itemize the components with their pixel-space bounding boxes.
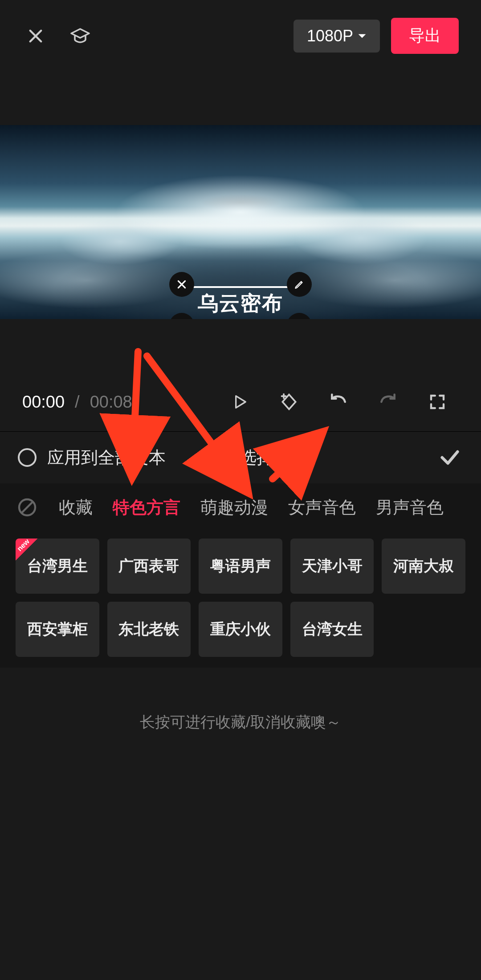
apply-all-radio[interactable] bbox=[18, 448, 37, 467]
pencil-icon bbox=[293, 279, 305, 290]
voice-preset-card[interactable]: 东北老铁 bbox=[107, 602, 191, 657]
top-toolbar: 1080P 导出 bbox=[0, 0, 481, 72]
tutorial-button[interactable] bbox=[67, 23, 94, 49]
prohibit-icon bbox=[16, 497, 38, 518]
new-badge bbox=[16, 539, 38, 561]
none-voice-button[interactable] bbox=[16, 496, 39, 519]
text-overlay-box[interactable]: 乌云密布 bbox=[183, 286, 298, 319]
voice-preset-label: 台湾女生 bbox=[302, 619, 363, 640]
voice-preset-card[interactable]: 西安掌柜 bbox=[16, 602, 99, 657]
keyframe-button[interactable] bbox=[273, 386, 305, 418]
time-separator: / bbox=[75, 393, 80, 412]
resolution-dropdown[interactable]: 1080P bbox=[293, 20, 380, 53]
panel-title: 音色选择 bbox=[206, 446, 273, 469]
voice-preset-grid: 台湾男生广西表哥粤语男声天津小哥河南大叔西安掌柜东北老铁重庆小伙台湾女生 bbox=[0, 528, 481, 668]
voice-category-tabs: 收藏特色方言萌趣动漫女声音色男声音色 bbox=[0, 483, 481, 528]
undo-icon bbox=[329, 392, 348, 412]
text-edit-handle[interactable] bbox=[287, 272, 312, 297]
voice-preset-label: 天津小哥 bbox=[302, 556, 363, 576]
resolution-label: 1080P bbox=[307, 27, 353, 45]
voice-preset-label: 粤语男声 bbox=[210, 556, 271, 576]
play-icon bbox=[231, 393, 249, 411]
close-button[interactable] bbox=[22, 23, 49, 49]
export-label: 导出 bbox=[409, 26, 441, 45]
panel-header: 应用到全部文本 音色选择 bbox=[0, 431, 481, 483]
voice-preset-card[interactable]: 粤语男声 bbox=[199, 539, 282, 594]
voice-preset-card[interactable]: 台湾女生 bbox=[290, 602, 374, 657]
voice-preset-label: 河南大叔 bbox=[393, 556, 454, 576]
voice-preset-label: 重庆小伙 bbox=[210, 619, 271, 640]
voice-preset-card[interactable]: 天津小哥 bbox=[290, 539, 374, 594]
playback-controls: 00:00 / 00:08 bbox=[0, 373, 481, 431]
undo-button[interactable] bbox=[322, 386, 355, 418]
time-current: 00:00 bbox=[22, 393, 65, 412]
voice-preset-card[interactable]: 台湾男生 bbox=[16, 539, 99, 594]
voice-preset-card[interactable]: 广西表哥 bbox=[107, 539, 191, 594]
check-icon bbox=[438, 446, 461, 469]
close-icon bbox=[176, 279, 188, 290]
voice-preset-card[interactable]: 河南大叔 bbox=[382, 539, 465, 594]
time-total: 00:08 bbox=[90, 393, 132, 412]
voice-preset-label: 东北老铁 bbox=[118, 619, 179, 640]
fullscreen-icon bbox=[428, 393, 447, 411]
fullscreen-button[interactable] bbox=[421, 386, 453, 418]
voice-preset-label: 西安掌柜 bbox=[27, 619, 88, 640]
text-delete-handle[interactable] bbox=[169, 272, 194, 297]
video-preview[interactable]: 乌云密布 bbox=[0, 125, 481, 319]
category-tab[interactable]: 收藏 bbox=[59, 496, 93, 519]
graduation-cap-icon bbox=[69, 25, 91, 47]
category-tab[interactable]: 男声音色 bbox=[376, 496, 444, 519]
category-tab[interactable]: 萌趣动漫 bbox=[200, 496, 268, 519]
voice-preset-card[interactable]: 重庆小伙 bbox=[199, 602, 282, 657]
text-overlay-content: 乌云密布 bbox=[183, 286, 298, 319]
category-tab[interactable]: 特色方言 bbox=[113, 496, 180, 519]
redo-button[interactable] bbox=[372, 386, 404, 418]
close-icon bbox=[26, 27, 45, 45]
category-tab[interactable]: 女声音色 bbox=[288, 496, 356, 519]
voice-preset-label: 广西表哥 bbox=[118, 556, 179, 576]
export-button[interactable]: 导出 bbox=[391, 18, 459, 54]
confirm-button[interactable] bbox=[436, 444, 463, 471]
diamond-plus-icon bbox=[279, 392, 299, 412]
redo-icon bbox=[378, 392, 398, 412]
footer-hint: 长按可进行收藏/取消收藏噢～ bbox=[0, 712, 481, 733]
apply-all-label: 应用到全部文本 bbox=[47, 446, 166, 469]
play-button[interactable] bbox=[224, 386, 256, 418]
chevron-down-icon bbox=[358, 32, 367, 40]
